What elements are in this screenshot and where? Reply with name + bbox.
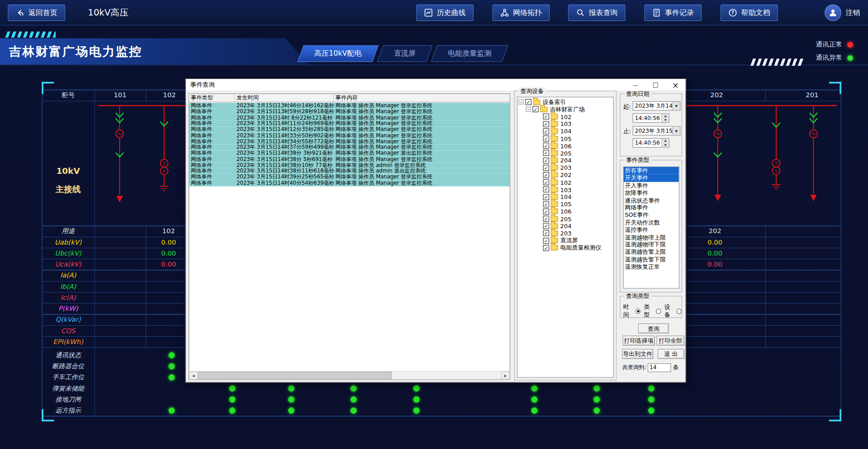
horizontal-scrollbar[interactable] bbox=[189, 371, 510, 379]
radio-button[interactable] bbox=[656, 308, 661, 314]
tree-checkbox[interactable]: ✓ bbox=[543, 245, 549, 251]
tree-checkbox[interactable]: ✓ bbox=[543, 194, 549, 200]
logout-button[interactable]: 注销 bbox=[846, 8, 860, 18]
tree-checkbox[interactable]: ✓ bbox=[543, 216, 549, 222]
query-type-option[interactable]: 时间 bbox=[623, 303, 641, 319]
tree-item[interactable]: ✓202 bbox=[517, 172, 613, 179]
tree-checkbox[interactable]: ✓ bbox=[532, 106, 538, 112]
query-type-option[interactable]: 类型 bbox=[644, 303, 661, 319]
tree-item[interactable]: ✓203 bbox=[517, 164, 613, 172]
exit-button[interactable]: 退 出 bbox=[658, 349, 684, 359]
tree-checkbox[interactable]: ✓ bbox=[543, 201, 549, 207]
nav-report-query-button[interactable]: 报表查询 bbox=[568, 5, 626, 21]
tree-checkbox[interactable]: ✓ bbox=[543, 172, 549, 178]
tree-item[interactable]: ✓电能质量检测仪 bbox=[517, 244, 613, 251]
scroll-right-arrow-icon[interactable] bbox=[501, 371, 510, 379]
user-avatar[interactable] bbox=[825, 5, 842, 21]
scroll-left-arrow-icon[interactable] bbox=[189, 371, 197, 379]
tree-checkbox[interactable]: ✓ bbox=[543, 209, 549, 214]
query-button[interactable]: 查询 bbox=[638, 324, 669, 334]
event-row[interactable]: 网络事件2023年 3月15日14时33分50秒902毫秒网络事项 操作员 Ma… bbox=[189, 133, 510, 139]
tree-item[interactable]: ✓102 bbox=[517, 178, 613, 186]
back-home-button[interactable]: 返回首页 bbox=[8, 5, 65, 21]
dropdown-arrow-icon[interactable] bbox=[672, 127, 680, 135]
spin-down-icon[interactable] bbox=[662, 118, 669, 122]
column-header-event-content[interactable]: 事件内容 bbox=[334, 94, 510, 102]
tree-item[interactable]: ✓106 bbox=[517, 208, 613, 215]
tab-dc-screen[interactable]: 直流屏 bbox=[377, 45, 433, 62]
event-type-option[interactable]: 遥测越物理下限 bbox=[624, 241, 679, 248]
event-row[interactable]: 网络事件2023年 3月15日14时11分24秒969毫秒网络事项 操作员 Ma… bbox=[189, 120, 510, 126]
tree-item[interactable]: ✓105 bbox=[517, 200, 613, 208]
event-row[interactable]: 网络事件2023年 3月15日14时37分59秒499毫秒网络事项 操作员 Ma… bbox=[189, 145, 510, 151]
event-type-option[interactable]: SOE事件 bbox=[624, 211, 679, 219]
tab-hv-10kv-distribution[interactable]: 高压10kV配电 bbox=[297, 45, 379, 62]
event-row[interactable]: 网络事件2023年 3月15日13时59分28秒918毫秒网络事项 操作员 Ma… bbox=[189, 109, 510, 115]
from-time-spinner[interactable]: 14:40:56 bbox=[633, 113, 669, 123]
event-row[interactable]: 网络事件2023年 3月15日14时34分55秒772毫秒网络事项 操作员 Ma… bbox=[189, 139, 510, 145]
close-icon[interactable] bbox=[665, 79, 685, 91]
tree-checkbox[interactable]: ✓ bbox=[543, 121, 549, 127]
event-type-option[interactable]: 通讯状态事件 bbox=[624, 197, 679, 204]
event-row[interactable]: 网络事件2023年 3月15日14时39分25秒565毫秒网络事项 操作员 Ma… bbox=[189, 174, 510, 180]
tree-checkbox[interactable]: ✓ bbox=[543, 128, 549, 134]
tree-checkbox[interactable]: ✓ bbox=[543, 150, 549, 156]
event-row[interactable]: 网络事件2023年 3月15日14时40分54秒639毫秒网络事项 操作员 Ma… bbox=[189, 180, 510, 186]
event-type-option[interactable]: 网络事件 bbox=[624, 204, 679, 211]
tree-checkbox[interactable]: ✓ bbox=[543, 179, 549, 185]
nav-event-record-button[interactable]: 事件记录 bbox=[644, 5, 702, 21]
to-time-spinner[interactable]: 14:40:56 bbox=[633, 138, 669, 148]
tree-checkbox[interactable]: ✓ bbox=[543, 187, 549, 193]
tree-item[interactable]: ✓105 bbox=[517, 135, 613, 142]
tree-expander-icon[interactable]: - bbox=[526, 107, 531, 112]
export-to-file-button[interactable]: 导出到文件 bbox=[622, 349, 653, 359]
tree-checkbox[interactable]: ✓ bbox=[543, 238, 549, 244]
query-type-option[interactable]: 设备 bbox=[664, 303, 682, 319]
tree-item[interactable]: -✓设备索引 bbox=[517, 99, 613, 106]
spin-up-icon[interactable] bbox=[662, 114, 669, 118]
tree-item[interactable]: ✓104 bbox=[517, 193, 613, 200]
minimize-icon[interactable] bbox=[626, 79, 646, 91]
event-type-option[interactable]: 遥测恢复正常 bbox=[624, 263, 679, 271]
tree-checkbox[interactable]: ✓ bbox=[543, 143, 549, 149]
tree-item[interactable]: ✓102 bbox=[517, 113, 613, 120]
scrollbar-thumb[interactable] bbox=[198, 371, 392, 379]
tree-checkbox[interactable]: ✓ bbox=[543, 157, 549, 163]
tree-item[interactable]: -✓吉林财富广场 bbox=[517, 106, 613, 113]
event-type-option[interactable]: 遥测越告警上限 bbox=[624, 248, 679, 256]
event-type-option[interactable]: 所有事件 bbox=[624, 167, 679, 174]
tree-item[interactable]: ✓205 bbox=[517, 215, 613, 222]
tree-checkbox[interactable]: ✓ bbox=[543, 165, 549, 171]
event-row[interactable]: 网络事件2023年 3月15日14时38分 5秒691毫秒网络事项 操作员 Ma… bbox=[189, 157, 510, 162]
event-type-option[interactable]: 遥控事件 bbox=[624, 226, 679, 234]
column-header-event-type[interactable]: 事件类型 bbox=[189, 94, 235, 102]
from-date-select[interactable]: 2023年 3月14日 bbox=[633, 101, 681, 111]
tree-checkbox[interactable]: ✓ bbox=[543, 223, 549, 229]
tree-checkbox[interactable]: ✓ bbox=[543, 114, 549, 120]
event-row[interactable]: 网络事件2023年 3月15日14时38分11秒618毫秒网络事项 操作员 ad… bbox=[189, 168, 510, 174]
tree-item[interactable]: ✓103 bbox=[517, 186, 613, 193]
event-row[interactable]: 网络事件2023年 3月15日14时12分35秒285毫秒网络事项 操作员 Ma… bbox=[189, 127, 510, 133]
event-type-option[interactable]: 遥测越告警下限 bbox=[624, 256, 679, 263]
column-header-event-time[interactable]: 发生时间 bbox=[235, 94, 334, 102]
maximize-icon[interactable] bbox=[646, 79, 666, 91]
event-type-option[interactable]: 开关动作次数 bbox=[624, 219, 679, 226]
event-type-option[interactable]: 遥测越物理上限 bbox=[624, 234, 679, 241]
event-row[interactable]: 网络事件2023年 3月15日14时38分 3秒921毫秒网络事项 操作员 Ma… bbox=[189, 151, 510, 157]
spin-down-icon[interactable] bbox=[662, 143, 669, 147]
tree-expander-icon[interactable]: - bbox=[519, 99, 524, 104]
print-selected-button[interactable]: 打印选择项 bbox=[623, 336, 655, 346]
tree-item[interactable]: ✓203 bbox=[517, 230, 613, 237]
dialog-titlebar[interactable]: 事件查询 bbox=[186, 79, 685, 91]
print-all-button[interactable]: 打印全部 bbox=[657, 336, 684, 346]
radio-button[interactable] bbox=[635, 308, 641, 314]
event-type-option[interactable]: 故障事件 bbox=[624, 189, 679, 197]
event-row[interactable]: 网络事件2023年 3月15日13时46分14秒162毫秒网络事项 操作员 Ma… bbox=[189, 103, 510, 109]
nav-help-doc-button[interactable]: ? 帮助文档 bbox=[721, 5, 778, 21]
nav-history-curve-button[interactable]: 历史曲线 bbox=[416, 5, 474, 21]
event-type-option[interactable]: 开入事件 bbox=[624, 182, 679, 189]
tree-item[interactable]: ✓205 bbox=[517, 150, 613, 157]
tree-item[interactable]: ✓103 bbox=[517, 120, 613, 128]
dropdown-arrow-icon[interactable] bbox=[672, 102, 680, 110]
tree-item[interactable]: ✓104 bbox=[517, 128, 613, 135]
